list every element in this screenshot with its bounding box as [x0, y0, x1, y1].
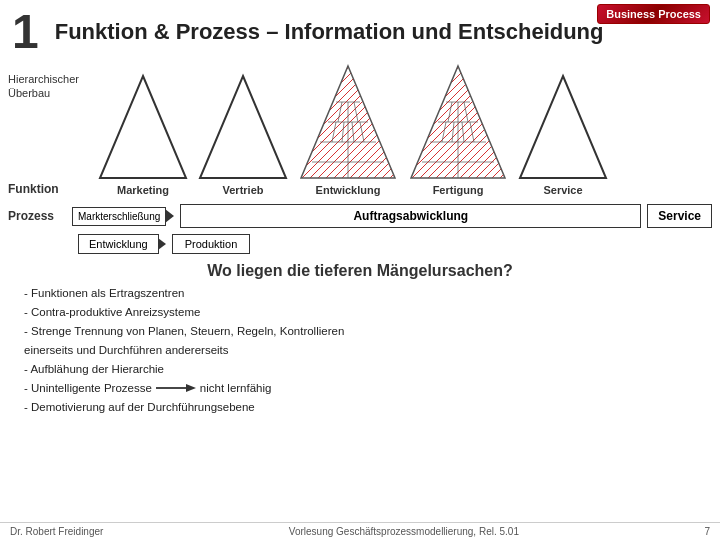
slide-number: 1	[12, 8, 39, 56]
label-vertrieb: Vertrieb	[223, 184, 264, 196]
footer-page: 7	[704, 526, 710, 537]
svg-marker-36	[520, 76, 606, 178]
diagram-area: HierarchischerÜberbau Marketing Vertrieb	[0, 62, 720, 196]
bullet-list: - Funktionen als Ertragszentren - Contra…	[0, 284, 720, 417]
funktion-row-label: Funktion	[8, 182, 98, 196]
triangle-vertrieb: Vertrieb	[198, 72, 288, 196]
svg-marker-0	[100, 76, 186, 178]
bullet-2: - Contra-produktive Anreizsysteme	[24, 303, 704, 322]
arrow-markt	[165, 209, 174, 223]
header: 1 Funktion & Prozess – Information und E…	[0, 0, 720, 60]
ep-entwicklung-box: Entwicklung	[78, 234, 159, 254]
bullet-6: - Demotivierung auf der Durchführungsebe…	[24, 398, 704, 417]
bullet-5: - Unintelligente Prozesse nicht lernfähi…	[24, 379, 704, 398]
footer: Dr. Robert Freidinger Vorlesung Geschäft…	[0, 522, 720, 540]
label-marketing: Marketing	[117, 184, 169, 196]
svg-marker-38	[186, 384, 196, 392]
bullet-1: - Funktionen als Ertragszentren	[24, 284, 704, 303]
footer-author: Dr. Robert Freidinger	[10, 526, 103, 537]
arrow-ep	[158, 238, 166, 250]
prozess-row-label: Prozess	[8, 209, 66, 223]
triangle-marketing: Marketing	[98, 72, 188, 196]
label-entwicklung: Entwicklung	[316, 184, 381, 196]
ep-produktion-box: Produktion	[172, 234, 251, 254]
triangle-fertigung: Fertigung	[408, 62, 508, 196]
question-text: Wo liegen die tieferen Mängelursachen?	[0, 262, 720, 280]
bullet-3: - Strenge Trennung von Planen, Steuern, …	[24, 322, 704, 341]
label-service: Service	[543, 184, 582, 196]
triangle-entwicklung: Entwicklung	[298, 62, 398, 196]
prozess-auftrag-box: Auftragsabwicklung	[180, 204, 641, 228]
svg-marker-1	[200, 76, 286, 178]
prozess-markt-box: Markterschließung	[72, 207, 166, 226]
bullet-3b: einerseits und Durchführen andererseits	[24, 341, 704, 360]
label-fertigung: Fertigung	[433, 184, 484, 196]
prozess-service-box: Service	[647, 204, 712, 228]
hierarchischer-label: HierarchischerÜberbau	[8, 62, 98, 101]
triangles-row: Marketing Vertrieb	[98, 62, 712, 196]
arrow-lernfaehig	[156, 381, 196, 395]
bullet-4: - Aufblähung der Hierarchie	[24, 360, 704, 379]
triangle-service: Service	[518, 72, 608, 196]
footer-course: Vorlesung Geschäftsprozessmodellierung, …	[289, 526, 519, 537]
brand-badge: Business Process	[597, 4, 710, 24]
page-title: Funktion & Prozess – Information und Ent…	[55, 19, 604, 45]
